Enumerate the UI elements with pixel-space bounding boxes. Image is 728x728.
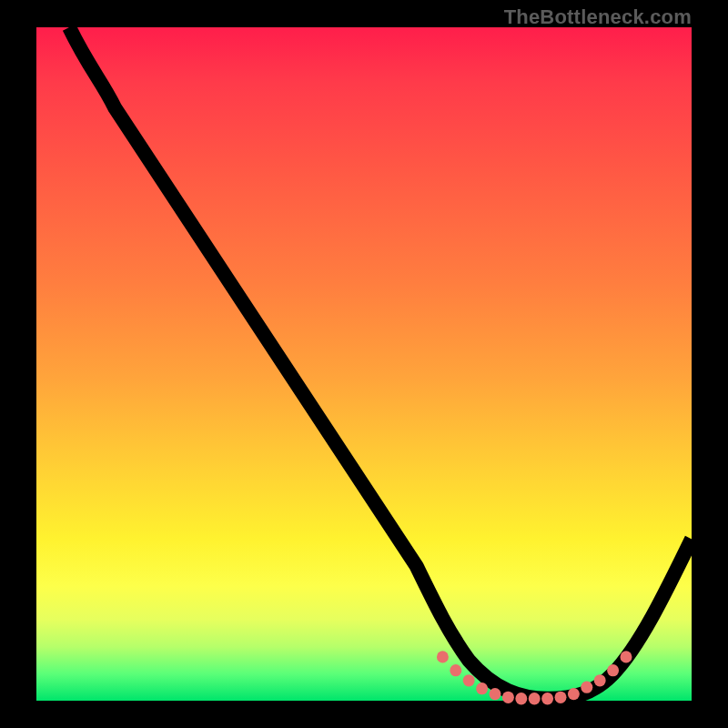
svg-point-10 [568, 688, 580, 700]
attribution-watermark: TheBottleneck.com [504, 5, 692, 29]
bottleneck-chart [36, 27, 692, 701]
svg-point-14 [621, 651, 632, 662]
svg-point-12 [594, 674, 606, 686]
svg-point-13 [607, 664, 619, 676]
svg-point-9 [555, 692, 567, 703]
svg-point-1 [450, 664, 461, 676]
svg-point-0 [437, 651, 449, 662]
bottleneck-curve-path [69, 27, 692, 699]
svg-point-11 [581, 682, 592, 693]
chart-frame: TheBottleneck.com [0, 0, 728, 728]
svg-point-5 [502, 692, 514, 703]
svg-point-6 [515, 693, 527, 704]
svg-point-4 [490, 688, 501, 700]
svg-point-8 [541, 693, 553, 704]
svg-point-3 [476, 682, 488, 694]
svg-point-2 [463, 674, 475, 686]
svg-point-7 [529, 693, 541, 704]
